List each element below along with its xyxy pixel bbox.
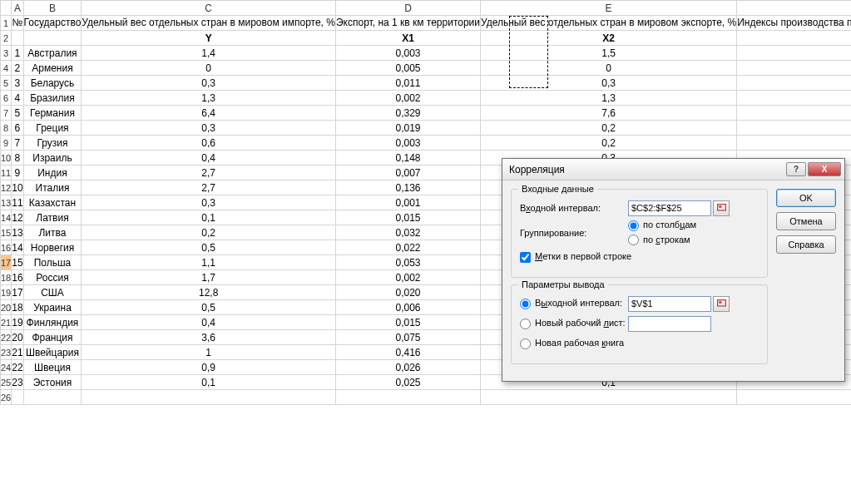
row-header-21[interactable]: 21 — [1, 315, 12, 330]
cell-country[interactable]: Грузия — [23, 136, 82, 151]
cell[interactable] — [23, 31, 82, 46]
input-range-field[interactable] — [628, 200, 711, 216]
cell[interactable] — [12, 31, 23, 46]
cell-x3[interactable]: 106 — [737, 106, 851, 121]
cell-country[interactable]: Греция — [23, 121, 82, 136]
cell-y[interactable]: 1,3 — [82, 91, 336, 106]
empty-cell[interactable] — [12, 390, 23, 405]
row-header-7[interactable]: 7 — [1, 106, 12, 121]
cell-num[interactable]: 16 — [12, 270, 23, 285]
cell-x1[interactable]: 0,075 — [335, 330, 480, 345]
new-sheet-field[interactable] — [628, 316, 711, 332]
cell-num[interactable]: 7 — [12, 136, 23, 151]
var-x3[interactable]: X3 — [737, 31, 851, 46]
row-header-22[interactable]: 22 — [1, 330, 12, 345]
cell-num[interactable]: 2 — [12, 61, 23, 76]
row-header-19[interactable]: 19 — [1, 285, 12, 300]
select-all-corner[interactable] — [1, 1, 12, 16]
empty-cell[interactable] — [23, 390, 82, 405]
cell-x1[interactable]: 0,003 — [335, 136, 480, 151]
cell-country[interactable]: Италия — [23, 180, 82, 195]
row-header-3[interactable]: 3 — [1, 46, 12, 61]
cell-x3[interactable]: 83 — [737, 121, 851, 136]
cell-x1[interactable]: 0,329 — [335, 106, 480, 121]
row-header-15[interactable]: 15 — [1, 225, 12, 240]
cell-num[interactable]: 23 — [12, 375, 23, 390]
cell-x1[interactable]: 0,002 — [335, 270, 480, 285]
row-header-16[interactable]: 16 — [1, 240, 12, 255]
dialog-titlebar[interactable]: Корреляция ? X — [502, 159, 844, 180]
cell-num[interactable]: 8 — [12, 151, 23, 166]
column-header-A[interactable]: A — [12, 1, 23, 16]
row-header-8[interactable]: 8 — [1, 121, 12, 136]
cell-y[interactable]: 1,1 — [82, 255, 336, 270]
cell-num[interactable]: 5 — [12, 106, 23, 121]
cell-country[interactable]: Норвегия — [23, 240, 82, 255]
cell-x2[interactable]: 7,6 — [481, 106, 737, 121]
cell-country[interactable]: Индия — [23, 166, 82, 180]
cell-country[interactable]: Франция — [23, 330, 82, 345]
help-button[interactable]: Справка — [776, 235, 836, 254]
cell-x2[interactable]: 1,3 — [481, 91, 737, 106]
cell-y[interactable]: 3,6 — [82, 330, 336, 345]
row-header-9[interactable]: 9 — [1, 136, 12, 151]
cell-num[interactable]: 17 — [12, 285, 23, 300]
cell-country[interactable]: Беларусь — [23, 76, 82, 91]
cell-num[interactable]: 11 — [12, 195, 23, 210]
dialog-close-button[interactable]: X — [808, 162, 841, 176]
cell-x2[interactable]: 1,5 — [481, 46, 737, 61]
empty-cell[interactable] — [335, 390, 480, 405]
cell-x3[interactable]: 110 — [737, 46, 851, 61]
cell-y[interactable]: 0,3 — [82, 195, 336, 210]
cell-country[interactable]: Россия — [23, 270, 82, 285]
output-range-ref-button[interactable] — [713, 296, 730, 312]
output-range-radio[interactable]: Выходной интервал: — [520, 298, 628, 309]
cell-country[interactable]: Австралия — [23, 46, 82, 61]
var-y[interactable]: Y — [82, 31, 336, 46]
cancel-button[interactable]: Отмена — [776, 212, 836, 230]
cell-country[interactable]: Казахстан — [23, 195, 82, 210]
cell-country[interactable]: США — [23, 285, 82, 300]
ok-button[interactable]: OK — [776, 189, 836, 207]
row-header-25[interactable]: 25 — [1, 375, 12, 390]
row-header-10[interactable]: 10 — [1, 151, 12, 166]
cell-x1[interactable]: 0,019 — [335, 121, 480, 136]
row-header-24[interactable]: 24 — [1, 360, 12, 375]
cell-x1[interactable]: 0,011 — [335, 76, 480, 91]
row-header-13[interactable]: 13 — [1, 195, 12, 210]
empty-cell[interactable] — [82, 390, 336, 405]
var-x2[interactable]: X2 — [481, 31, 737, 46]
cell-y[interactable]: 0,5 — [82, 300, 336, 315]
cell-country[interactable]: Израиль — [23, 151, 82, 166]
cell-num[interactable]: 6 — [12, 121, 23, 136]
by-columns-radio[interactable]: по столбцам — [628, 220, 696, 231]
dialog-help-button[interactable]: ? — [786, 162, 806, 176]
row-header-5[interactable]: 5 — [1, 76, 12, 91]
column-header-C[interactable]: C — [82, 1, 336, 16]
new-sheet-radio[interactable]: Новый рабочий лист: — [520, 318, 628, 329]
cell-num[interactable]: 4 — [12, 91, 23, 106]
cell-country[interactable]: Латвия — [23, 210, 82, 225]
cell-x2[interactable]: 0,2 — [481, 121, 737, 136]
cell-y[interactable]: 2,7 — [82, 180, 336, 195]
cell-y[interactable]: 0,4 — [82, 315, 336, 330]
by-rows-radio[interactable]: по строкам — [628, 235, 696, 246]
cell-y[interactable]: 1,7 — [82, 270, 336, 285]
cell-country[interactable]: Армения — [23, 61, 82, 76]
empty-cell[interactable] — [737, 390, 851, 405]
row-header-20[interactable]: 20 — [1, 300, 12, 315]
new-book-radio[interactable]: Новая рабочая книга — [520, 338, 624, 349]
cell-y[interactable]: 6,4 — [82, 106, 336, 121]
cell-y[interactable]: 0 — [82, 61, 336, 76]
cell-x1[interactable]: 0,022 — [335, 240, 480, 255]
column-header-E[interactable]: E — [481, 1, 737, 16]
input-range-ref-button[interactable] — [713, 200, 730, 216]
cell-x3[interactable]: 126 — [737, 91, 851, 106]
cell-y[interactable]: 0,9 — [82, 360, 336, 375]
cell-x1[interactable]: 0,148 — [335, 151, 480, 166]
cell-num[interactable]: 10 — [12, 180, 23, 195]
cell-x1[interactable]: 0,416 — [335, 345, 480, 360]
row-header-17[interactable]: 17 — [1, 255, 12, 270]
cell-y[interactable]: 1 — [82, 345, 336, 360]
row-header-14[interactable]: 14 — [1, 210, 12, 225]
